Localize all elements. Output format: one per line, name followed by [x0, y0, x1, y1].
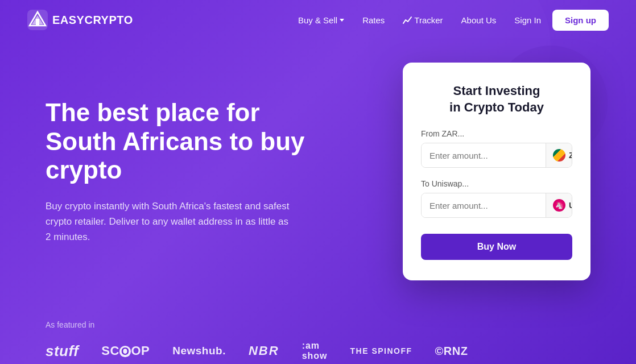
logo-text: EASYCRYPTO [52, 14, 133, 27]
hero-description: Buy crypto instantly with South Africa's… [46, 198, 290, 245]
signup-button[interactable]: Sign up [552, 10, 609, 31]
to-label: To Uniswap... [421, 179, 572, 188]
iamshow-logo: :amshow [302, 341, 328, 361]
nav-buy-sell[interactable]: Buy & Sell [291, 11, 351, 30]
featured-logos: stuff SCOOP Newshub. NBR :amshow THE SPI… [46, 341, 590, 361]
featured-label: As featured in [46, 320, 590, 329]
nav-about[interactable]: About Us [455, 11, 503, 30]
chevron-down-icon [340, 19, 344, 22]
to-amount-input[interactable] [422, 193, 546, 217]
card-title: Start Investingin Crypto Today [421, 83, 572, 115]
to-input-group: UNI [421, 193, 572, 218]
nav-tracker[interactable]: Tracker [396, 11, 449, 30]
from-currency-label: ZAR [569, 151, 572, 160]
from-currency-selector[interactable]: ZAR [546, 143, 572, 167]
zar-flag-icon [553, 149, 565, 162]
nbr-logo: NBR [249, 344, 279, 358]
signin-button[interactable]: Sign In [507, 11, 548, 30]
spinoff-logo: THE SPINOFF [350, 346, 412, 355]
from-amount-input[interactable] [422, 143, 546, 167]
newshub-logo: Newshub. [172, 345, 226, 357]
from-label: From ZAR... [421, 129, 572, 138]
rnz-logo: ©RNZ [435, 345, 468, 358]
stuff-logo: stuff [46, 342, 79, 360]
navbar: EASYCRYPTO Buy & Sell Rates Tracker Abou… [0, 0, 636, 40]
nav-links: Buy & Sell Rates Tracker About Us Sign I… [291, 10, 609, 31]
from-input-group: ZAR [421, 143, 572, 168]
main-content: The best place for South Africans to buy… [0, 40, 636, 303]
to-currency-selector[interactable]: UNI [546, 193, 572, 217]
from-field: From ZAR... ZAR [421, 129, 572, 168]
logo[interactable]: EASYCRYPTO [27, 10, 133, 30]
chart-icon [403, 16, 412, 24]
hero-section: The best place for South Africans to buy… [46, 98, 330, 245]
svg-rect-3 [36, 19, 39, 26]
to-field: To Uniswap... UNI [421, 179, 572, 218]
nav-rates[interactable]: Rates [356, 11, 391, 30]
investment-card: Start Investingin Crypto Today From ZAR.… [403, 63, 590, 280]
to-currency-label: UNI [569, 201, 572, 210]
scoop-logo: SCOOP [101, 344, 150, 358]
featured-section: As featured in stuff SCOOP Newshub. NBR … [0, 303, 636, 361]
hero-title: The best place for South Africans to buy… [46, 98, 330, 185]
buy-now-button[interactable]: Buy Now [421, 234, 572, 260]
uni-flag-icon [553, 199, 565, 212]
